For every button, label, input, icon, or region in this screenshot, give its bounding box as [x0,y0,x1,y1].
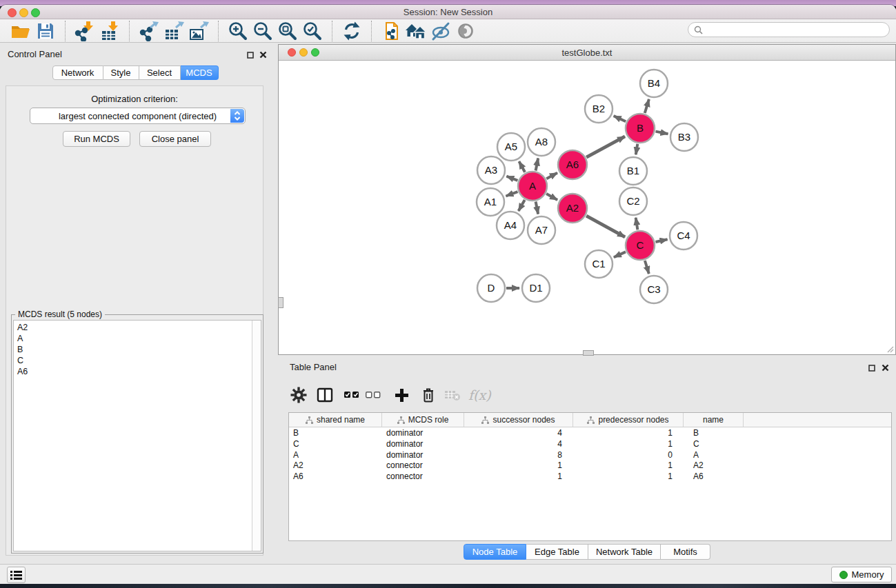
export-image-button[interactable] [186,20,211,41]
column-header-name[interactable]: name [684,413,744,427]
show-columns-button[interactable] [317,387,333,403]
network-graph-canvas[interactable]: B4B2BB3A8A5A6A3B1AC2A1A2A4A7C4CC1DD1C3 [279,61,895,354]
cell-successor-nodes[interactable]: 8 [464,449,573,460]
graph-edge-A2-C[interactable] [586,216,625,237]
graph-edge-C-C3[interactable] [645,261,649,274]
cell-mcds-role[interactable]: dominator [382,449,464,460]
deselect-all-button[interactable] [366,389,381,401]
column-header-shared-name[interactable]: shared name [289,413,382,427]
cell-predecessor-nodes[interactable]: 1 [573,438,684,449]
zoom-selected-button[interactable] [300,20,325,41]
export-network-button[interactable] [137,20,161,41]
import-table-button[interactable] [97,20,122,41]
table-row[interactable]: Cdominator41C [289,438,891,449]
cell-successor-nodes[interactable]: 1 [464,471,573,482]
tab-edge-table[interactable]: Edge Table [526,544,588,560]
cell-shared-name[interactable]: A [289,449,382,460]
graph-edge-B-B1[interactable] [636,144,638,155]
graph-node-B4[interactable]: B4 [640,70,668,97]
graph-node-A5[interactable]: A5 [497,133,525,161]
column-header-mcds-role[interactable]: MCDS role [382,413,464,427]
graph-edge-A-A6[interactable] [546,173,557,179]
graph-node-A8[interactable]: A8 [528,128,555,156]
graph-node-B1[interactable]: B1 [619,157,647,185]
clone-network-button[interactable] [379,20,404,41]
graph-node-A6[interactable]: A6 [558,150,587,179]
zoom-fit-button[interactable] [275,20,300,41]
graph-edge-B-B3[interactable] [656,132,668,134]
table-panel-float-button[interactable] [867,363,877,373]
result-item[interactable]: A2 [14,323,261,334]
refresh-button[interactable] [339,20,364,41]
graph-node-C1[interactable]: C1 [585,250,613,278]
export-table-button[interactable] [161,20,186,41]
graph-node-A[interactable]: A [518,172,547,201]
graph-edge-A-A1[interactable] [506,192,518,196]
graph-edge-A-A2[interactable] [546,194,557,200]
zoom-out-button[interactable] [250,20,275,41]
graph-node-B2[interactable]: B2 [585,95,613,123]
graph-edge-C-C1[interactable] [614,252,626,257]
cell-name[interactable]: A2 [684,460,744,471]
graph-node-A1[interactable]: A1 [477,188,504,216]
open-session-button[interactable] [8,20,33,41]
tab-select[interactable]: Select [139,65,181,80]
split-divider-handle-bottom[interactable] [583,350,594,356]
graph-edge-A6-B[interactable] [586,136,625,157]
cell-mcds-role[interactable]: dominator [382,438,464,449]
import-network-button[interactable] [72,20,97,41]
table-row[interactable]: Adominator80A [289,449,891,460]
delete-table-button[interactable] [444,388,461,402]
toggle-graphics-details-button[interactable] [428,20,453,41]
memory-button[interactable]: Memory [831,567,892,582]
graph-node-A4[interactable]: A4 [497,212,524,239]
cell-predecessor-nodes[interactable]: 0 [573,449,684,460]
column-header-predecessor-nodes[interactable]: predecessor nodes [573,413,684,427]
preview-toggle-button[interactable] [453,20,478,41]
resize-grip-icon[interactable] [887,346,894,353]
graph-edge-B-B4[interactable] [645,99,649,113]
delete-row-button[interactable] [421,387,435,403]
graph-node-A3[interactable]: A3 [477,156,505,184]
table-panel-close-button[interactable] [880,363,890,372]
show-task-history-button[interactable] [7,567,26,583]
control-panel-close-button[interactable] [258,50,268,59]
graph-edge-A-A8[interactable] [536,159,539,171]
cell-shared-name[interactable]: B [289,427,382,438]
tab-style[interactable]: Style [103,65,139,80]
add-row-button[interactable] [395,388,409,403]
graph-node-A7[interactable]: A7 [528,216,555,244]
graph-edge-A-A4[interactable] [519,200,525,211]
graph-edge-A-A3[interactable] [506,176,517,181]
cell-predecessor-nodes[interactable]: 1 [573,471,684,482]
cell-shared-name[interactable]: A2 [289,460,382,471]
tab-network-table[interactable]: Network Table [588,544,661,560]
graph-edge-A-A7[interactable] [536,202,539,214]
graph-node-C4[interactable]: C4 [670,222,697,250]
result-item[interactable]: A6 [14,367,261,378]
cell-successor-nodes[interactable]: 1 [464,460,573,471]
cell-successor-nodes[interactable]: 4 [464,438,573,449]
cell-mcds-role[interactable]: connector [382,471,464,482]
cell-name[interactable]: B [684,427,744,438]
column-header-successor-nodes[interactable]: successor nodes [464,413,573,427]
graph-node-C2[interactable]: C2 [619,187,647,215]
zoom-in-button[interactable] [226,20,250,41]
table-row[interactable]: Bdominator41B [289,427,891,438]
result-item[interactable]: B [14,345,261,356]
cell-successor-nodes[interactable]: 4 [464,427,573,438]
home-button[interactable] [404,20,428,41]
graph-node-A2[interactable]: A2 [558,194,587,223]
select-all-button[interactable] [344,389,359,401]
graph-node-D1[interactable]: D1 [522,274,550,302]
cell-predecessor-nodes[interactable]: 1 [573,460,684,471]
result-item[interactable]: C [14,356,261,367]
table-settings-button[interactable] [290,387,307,403]
cell-name[interactable]: A6 [684,471,744,482]
graph-node-B[interactable]: B [626,114,655,143]
tab-network[interactable]: Network [52,65,103,80]
function-builder-button[interactable]: f(x) [468,387,491,403]
cell-name[interactable]: A [684,449,744,460]
tab-node-table[interactable]: Node Table [464,544,526,560]
graph-node-C3[interactable]: C3 [640,276,668,303]
